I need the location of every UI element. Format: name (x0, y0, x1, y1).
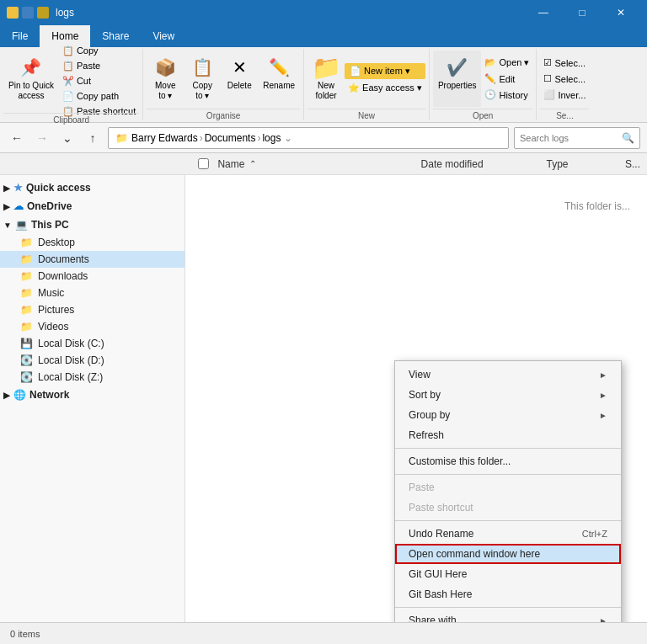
expand-icon-pc: ▼ (3, 221, 12, 230)
sidebar-onedrive[interactable]: ▶ ☁ OneDrive (0, 197, 184, 216)
ctx-git-bash-label: Git Bash Here (409, 588, 472, 600)
sidebar-network[interactable]: ▶ 🌐 Network (0, 386, 184, 404)
ctx-git-bash[interactable]: Git Bash Here (395, 584, 621, 604)
close-button[interactable]: ✕ (602, 0, 640, 25)
select-all-checkbox[interactable] (198, 158, 209, 169)
maximize-button[interactable]: □ (563, 0, 602, 25)
copy-path-button[interactable]: 📄 Copy path (59, 89, 139, 104)
sidebar-item-documents[interactable]: 📁 Documents (0, 251, 184, 268)
col-type-label: Type (546, 158, 568, 170)
select-all-button[interactable]: ☑ Selec... (540, 56, 589, 70)
ribbon: 📌 Pin to Quickaccess 📋 Copy 📋 Paste ✂️ C… (0, 47, 647, 123)
ctx-share-with[interactable]: Share with ► (395, 610, 621, 622)
open-button[interactable]: 📂 Open ▾ (481, 56, 532, 70)
tab-file[interactable]: File (0, 25, 40, 47)
title-bar-title: logs (56, 7, 74, 19)
address-path[interactable]: 📁 Barry Edwards › Documents › logs ⌄ (108, 127, 509, 149)
col-date-label: Date modified (421, 158, 484, 170)
col-header-type[interactable]: Type (539, 158, 618, 170)
desktop-label: Desktop (38, 237, 75, 248)
cut-button[interactable]: ✂️ Cut (59, 74, 139, 88)
sidebar-item-downloads[interactable]: 📁 Downloads (0, 268, 184, 285)
sidebar-quick-access[interactable]: ▶ ★ Quick access (0, 178, 184, 197)
path-logs[interactable]: logs (262, 132, 281, 144)
minimize-button[interactable]: — (524, 0, 563, 25)
paste-button[interactable]: 📋 Paste (59, 59, 139, 73)
forward-button[interactable]: → (32, 128, 52, 148)
invert-selection-button[interactable]: ⬜ Inver... (540, 88, 589, 102)
path-root[interactable]: Barry Edwards (131, 132, 198, 144)
move-to-button[interactable]: 📦 Moveto ▾ (147, 51, 184, 107)
col-size-label: S... (625, 158, 640, 170)
sidebar-item-local-disk-d[interactable]: 💽 Local Disk (D:) (0, 352, 184, 369)
edit-button[interactable]: ✏️ Edit (481, 72, 532, 86)
ctx-undo-rename[interactable]: Undo Rename Ctrl+Z (395, 524, 621, 544)
select-none-label: Selec... (554, 74, 586, 84)
ribbon-group-organise: 📦 Moveto ▾ 📋 Copyto ▾ ✕ Delete ✏️ Rename… (143, 49, 304, 120)
sidebar-item-local-disk-z[interactable]: 💽 Local Disk (Z:) (0, 369, 184, 386)
path-sep-2: › (257, 132, 260, 144)
new-folder-button[interactable]: 📁 Newfolder (307, 51, 345, 107)
ctx-paste: Paste (395, 477, 621, 498)
title-icon-blue (22, 7, 34, 19)
ctx-view-arrow: ► (599, 370, 607, 380)
ribbon-group-open: ✔️ Properties 📂 Open ▾ ✏️ Edit 🕒 History… (430, 49, 537, 120)
col-header-size[interactable]: S... (618, 158, 647, 170)
title-bar-controls[interactable]: — □ ✕ (524, 0, 640, 25)
select-none-button[interactable]: ☐ Selec... (540, 72, 589, 86)
ctx-group-by[interactable]: Group by ► (395, 405, 621, 425)
sidebar-item-pictures[interactable]: 📁 Pictures (0, 301, 184, 318)
properties-label: Properties (438, 81, 477, 91)
move-icon: 📦 (152, 54, 179, 81)
col-header-date[interactable]: Date modified (414, 158, 540, 170)
properties-button[interactable]: ✔️ Properties (433, 51, 482, 107)
expand-icon: ▶ (3, 184, 10, 193)
sidebar: ▶ ★ Quick access ▶ ☁ OneDrive ▼ 💻 This P… (0, 175, 185, 622)
search-box[interactable]: 🔍 (514, 127, 640, 149)
sidebar-item-videos[interactable]: 📁 Videos (0, 318, 184, 335)
onedrive-icon: ☁ (13, 200, 24, 212)
sidebar-item-music[interactable]: 📁 Music (0, 285, 184, 301)
ctx-view[interactable]: View ► (395, 365, 621, 385)
ctx-customise-label: Customise this folder... (409, 455, 511, 467)
new-item-button[interactable]: 📄 New item ▾ (345, 63, 425, 79)
drive-c-icon: 💾 (20, 338, 33, 349)
ctx-sort-arrow: ► (599, 391, 607, 400)
select-none-icon: ☐ (543, 73, 552, 84)
content-area: This folder is... View ► Sort by ► Group… (185, 175, 647, 622)
path-documents[interactable]: Documents (205, 132, 256, 144)
up-button[interactable]: ↑ (83, 128, 103, 148)
col-header-name[interactable]: Name ⌃ (211, 158, 414, 170)
ctx-git-gui[interactable]: Git GUI Here (395, 564, 621, 584)
sidebar-item-desktop[interactable]: 📁 Desktop (0, 234, 184, 251)
copy-to-button[interactable]: 📋 Copyto ▾ (184, 51, 221, 107)
open-section: ✔️ Properties 📂 Open ▾ ✏️ Edit 🕒 History (433, 51, 533, 107)
ctx-open-command[interactable]: Open command window here (395, 544, 621, 564)
history-button[interactable]: 🕒 History (481, 88, 532, 102)
ctx-customise[interactable]: Customise this folder... (395, 451, 621, 471)
delete-button[interactable]: ✕ Delete (221, 51, 258, 107)
ctx-sep-2 (395, 474, 621, 475)
new-item-label: New item ▾ (364, 66, 410, 77)
ctx-share-label: Share with (409, 615, 457, 622)
back-button[interactable]: ← (7, 128, 27, 148)
ctx-sort-by[interactable]: Sort by ► (395, 385, 621, 405)
pin-to-quick-access-button[interactable]: 📌 Pin to Quickaccess (3, 51, 59, 111)
sidebar-this-pc[interactable]: ▼ 💻 This PC (0, 216, 184, 234)
search-input[interactable] (520, 133, 622, 143)
clipboard-section: 📌 Pin to Quickaccess 📋 Copy 📋 Paste ✂️ C… (3, 51, 139, 111)
sidebar-item-local-disk-c[interactable]: 💾 Local Disk (C:) (0, 335, 184, 352)
invert-label: Inver... (558, 90, 586, 100)
history-icon: 🕒 (484, 89, 496, 100)
tab-view[interactable]: View (141, 25, 186, 47)
easy-access-button[interactable]: ⭐ Easy access ▾ (345, 81, 425, 95)
recent-locations-button[interactable]: ⌄ (57, 128, 78, 148)
copy-button[interactable]: 📋 Copy (59, 44, 139, 58)
organise-label: Organise (147, 109, 300, 120)
title-bar-icons (7, 7, 49, 19)
path-sep-3: ⌄ (284, 132, 292, 144)
ctx-refresh[interactable]: Refresh (395, 425, 621, 445)
select-all-icon: ☑ (543, 57, 552, 68)
checkbox-header[interactable] (195, 158, 211, 169)
rename-button[interactable]: ✏️ Rename (258, 51, 300, 107)
